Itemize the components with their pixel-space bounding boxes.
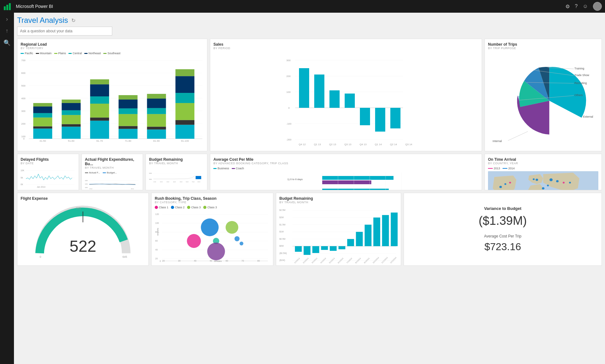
- svg-point-293: [547, 185, 549, 186]
- pw-search-input[interactable]: [17, 27, 112, 36]
- svg-text:Others: Others: [575, 94, 583, 97]
- pw-trips-sub: BY TRIP PURPOSE: [488, 47, 598, 50]
- svg-rect-167: [119, 100, 138, 108]
- svg-rect-149: [33, 127, 52, 129]
- svg-point-325: [201, 218, 219, 236]
- pw-regional-title: Regional Load: [21, 42, 204, 47]
- pw-avgcost-chart: 1) 0 to 6 days 2) 7 to 13 days 3) 14 to …: [213, 171, 478, 190]
- svg-point-286: [550, 179, 553, 181]
- pw-rush-sub: BY CATEGORY, TYPE: [155, 201, 270, 204]
- pw-actual-sub: BY TRAVEL MONTH: [85, 166, 140, 169]
- topbar: Microsoft Power BI ⚙ ? ☺: [0, 0, 605, 13]
- svg-point-282: [509, 182, 511, 183]
- svg-rect-181: [175, 76, 194, 93]
- svg-rect-163: [90, 118, 109, 121]
- svg-rect-159: [90, 79, 109, 84]
- svg-rect-174: [147, 99, 166, 108]
- svg-text:50: 50: [210, 260, 212, 262]
- help-icon[interactable]: ?: [575, 3, 578, 9]
- svg-text:$4M: $4M: [85, 180, 88, 181]
- svg-point-292: [542, 187, 544, 189]
- pw-regional-legend: Pacific Mountain Plains Central Northeas…: [21, 52, 204, 55]
- svg-text:300: 300: [286, 59, 291, 62]
- svg-rect-153: [62, 103, 81, 110]
- svg-rect-184: [175, 120, 194, 125]
- svg-text:Q2 14: Q2 14: [390, 143, 397, 146]
- svg-rect-204: [375, 108, 385, 132]
- pw-delayed-chart: 10K 5K 0K Jan 2014: [21, 167, 75, 189]
- svg-rect-258: [322, 176, 394, 180]
- pw-ontime-legend: 2013 2014: [488, 167, 598, 170]
- pw-regional-chart: 700 600 500 400 300 200 100 0: [21, 56, 204, 142]
- svg-point-280: [504, 183, 506, 185]
- svg-text:Q1 14: Q1 14: [375, 143, 382, 146]
- pw-delayed-sub: BY DATE: [21, 162, 75, 165]
- svg-text:Q3 13: Q3 13: [344, 143, 351, 146]
- svg-text:$0M: $0M: [85, 187, 88, 188]
- avatar[interactable]: [593, 2, 602, 11]
- svg-text:600: 600: [21, 72, 26, 75]
- user-icon[interactable]: ☺: [583, 3, 588, 9]
- pw-flight-expense-card: Flight Expense 345 522 0 645: [17, 193, 149, 266]
- pw-bottom-grid: Flight Expense 345 522 0 645 Rush Bookin…: [17, 193, 602, 266]
- svg-point-324: [187, 234, 201, 248]
- svg-text:$2M: $2M: [85, 183, 88, 185]
- svg-text:81-90: 81-90: [153, 140, 160, 142]
- svg-rect-352: [339, 246, 346, 249]
- svg-text:41-50: 41-50: [40, 140, 46, 142]
- app-name: Microsoft Power BI: [16, 4, 562, 9]
- svg-text:400: 400: [21, 97, 26, 100]
- svg-text:61-70: 61-70: [96, 140, 103, 142]
- svg-text:20: 20: [155, 257, 158, 260]
- pw-actual-legend: Actual F... Budget...: [85, 171, 140, 174]
- svg-text:($1M): ($1M): [279, 259, 285, 262]
- pw-refresh-icon[interactable]: ↻: [71, 17, 75, 23]
- svg-text:40: 40: [155, 249, 158, 251]
- svg-text:minutes: minutes: [214, 260, 222, 262]
- pw-budget-top-title: Budget Remaining: [149, 157, 204, 162]
- svg-rect-147: [33, 113, 52, 118]
- pw-avgcost-legend: Business Coach: [213, 167, 478, 170]
- svg-rect-355: [365, 225, 372, 246]
- svg-rect-259: [322, 180, 371, 184]
- pw-budget-bottom-card: Budget Remaining BY TRAVEL MONTH $2.5M $…: [276, 193, 401, 266]
- svg-rect-180: [175, 69, 194, 76]
- pw-page-title: Travel Analysis: [17, 16, 68, 25]
- svg-text:$2M: $2M: [279, 216, 284, 218]
- svg-text:60: 60: [226, 260, 228, 262]
- svg-text:5/1/2: 5/1/2: [180, 181, 182, 183]
- svg-text:0: 0: [23, 137, 25, 140]
- svg-text:80: 80: [257, 260, 260, 262]
- svg-rect-349: [312, 246, 319, 253]
- svg-rect-185: [175, 125, 194, 139]
- pw-ontime-title: On Time Arrival: [488, 157, 598, 162]
- svg-text:rerports: rerports: [157, 228, 159, 236]
- svg-text:20: 20: [162, 260, 165, 262]
- svg-text:Recruiting: Recruiting: [575, 81, 587, 85]
- svg-rect-145: [33, 103, 52, 107]
- pw-avg-cost-label: Average Cost Per Trip: [484, 234, 522, 238]
- svg-text:500: 500: [21, 84, 26, 87]
- pw-ontime-sub: BY COUNTRY, YEAR: [488, 162, 598, 165]
- pw-scatter-chart: 120 100 80 60 40 20 0 rerports: [155, 210, 270, 263]
- svg-text:71-80: 71-80: [125, 140, 132, 142]
- sidebar-expand[interactable]: ›: [6, 16, 8, 23]
- svg-rect-161: [90, 96, 109, 104]
- sidebar-search[interactable]: 🔍: [3, 39, 10, 46]
- sidebar-bookmark[interactable]: ↑: [6, 28, 9, 34]
- svg-text:70: 70: [242, 260, 244, 262]
- pw-budget-top-card: Budget Remaining BY TRAVEL MONTH $2M $0M…: [146, 154, 207, 190]
- topbar-icons: ⚙ ? ☺: [565, 2, 602, 11]
- pw-budget-top-sub: BY TRAVEL MONTH: [149, 162, 204, 165]
- svg-rect-152: [62, 100, 81, 103]
- svg-rect-177: [147, 127, 166, 130]
- svg-rect-356: [373, 218, 380, 246]
- pw-sales-title: Sales: [213, 42, 478, 47]
- settings-icon[interactable]: ⚙: [565, 3, 570, 10]
- svg-rect-347: [295, 246, 302, 252]
- pw-regional-load-card: Regional Load BY TERRITORY Pacific Mount…: [17, 39, 207, 151]
- svg-rect-201: [329, 90, 340, 108]
- pw-variance-title: Variance to Budget: [484, 206, 522, 211]
- svg-point-283: [533, 179, 535, 180]
- svg-text:$0M: $0M: [279, 245, 284, 247]
